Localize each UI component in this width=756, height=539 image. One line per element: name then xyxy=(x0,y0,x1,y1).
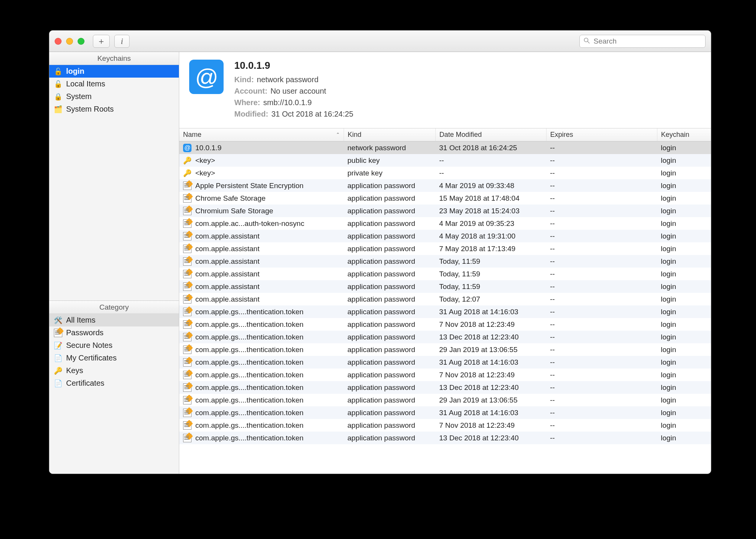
row-expires: -- xyxy=(546,192,657,205)
row-expires: -- xyxy=(546,406,657,419)
password-note-icon xyxy=(183,396,191,404)
table-row[interactable]: Apple Persistent State Encryptionapplica… xyxy=(179,179,711,192)
items-table: Name ⌃ Kind Date Modified Expires Keycha… xyxy=(179,128,711,444)
row-expires: -- xyxy=(546,381,657,394)
table-row[interactable]: com.apple.gs....thentication.tokenapplic… xyxy=(179,432,711,444)
row-date-modified: 31 Oct 2018 at 16:24:25 xyxy=(435,141,546,154)
kind-label: Kind: xyxy=(234,74,254,85)
sidebar-category-item[interactable]: 📄Certificates xyxy=(49,377,179,390)
table-row[interactable]: com.apple.gs....thentication.tokenapplic… xyxy=(179,331,711,343)
password-note-icon xyxy=(183,219,191,228)
table-row[interactable]: com.apple.gs....thentication.tokenapplic… xyxy=(179,419,711,432)
window-controls xyxy=(55,38,84,45)
col-keychain[interactable]: Keychain xyxy=(657,128,711,141)
row-keychain: login xyxy=(657,394,711,406)
sidebar-keychain-item[interactable]: 🔒System xyxy=(49,90,179,103)
search-field[interactable] xyxy=(579,35,706,48)
item-title: 10.0.1.9 xyxy=(234,60,701,71)
row-name: com.apple.gs....thentication.token xyxy=(195,383,303,392)
minimize-window-button[interactable] xyxy=(66,38,73,45)
keychains-list: 🔓login🔓Local Items🔒System🗂️System Roots xyxy=(49,65,179,115)
row-date-modified: 4 May 2018 at 19:31:00 xyxy=(435,230,546,242)
row-date-modified: 7 Nov 2018 at 12:23:49 xyxy=(435,369,546,381)
row-expires: -- xyxy=(546,242,657,255)
table-row[interactable]: com.apple.assistantapplication passwordT… xyxy=(179,293,711,305)
add-item-button[interactable]: ＋ xyxy=(93,35,110,48)
col-expires[interactable]: Expires xyxy=(546,128,657,141)
col-name-label: Name xyxy=(183,131,201,138)
row-date-modified: 13 Dec 2018 at 12:23:40 xyxy=(435,381,546,394)
row-keychain: login xyxy=(657,167,711,179)
zoom-window-button[interactable] xyxy=(78,38,84,45)
main-pane: @ 10.0.1.9 Kind: network password Accoun… xyxy=(179,52,711,474)
certificate-icon: 📄 xyxy=(54,354,62,362)
row-kind: application password xyxy=(344,305,435,318)
table-row[interactable]: com.apple.gs....thentication.tokenapplic… xyxy=(179,356,711,369)
table-row[interactable]: Chrome Safe Storageapplication password1… xyxy=(179,192,711,205)
row-kind: application password xyxy=(344,205,435,217)
close-window-button[interactable] xyxy=(55,38,62,45)
sidebar-item-label: System xyxy=(66,92,92,101)
table-row[interactable]: com.apple.assistantapplication passwordT… xyxy=(179,268,711,280)
row-expires: -- xyxy=(546,167,657,179)
table-row[interactable]: com.apple.ac...auth-token-nosyncapplicat… xyxy=(179,217,711,230)
row-keychain: login xyxy=(657,242,711,255)
sidebar-keychain-item[interactable]: 🔓login xyxy=(49,65,179,78)
row-kind: private key xyxy=(344,167,435,179)
table-row[interactable]: com.apple.gs....thentication.tokenapplic… xyxy=(179,305,711,318)
table-row[interactable]: com.apple.gs....thentication.tokenapplic… xyxy=(179,369,711,381)
table-row[interactable]: 🔑<key>private key----login xyxy=(179,167,711,179)
row-name: <key> xyxy=(195,169,215,177)
row-name: Chromium Safe Storage xyxy=(195,207,273,215)
row-name: com.apple.ac...auth-token-nosync xyxy=(195,219,304,228)
row-kind: application password xyxy=(344,394,435,406)
table-row[interactable]: 🔑<key>public key----login xyxy=(179,154,711,167)
sidebar-category-item[interactable]: 📄My Certificates xyxy=(49,352,179,364)
sidebar-category-item[interactable]: 🔑Keys xyxy=(49,364,179,377)
row-name: com.apple.gs....thentication.token xyxy=(195,333,303,341)
row-expires: -- xyxy=(546,179,657,192)
at-icon: @ xyxy=(183,144,191,152)
row-name: com.apple.gs....thentication.token xyxy=(195,396,303,404)
table-row[interactable]: com.apple.assistantapplication password4… xyxy=(179,230,711,242)
sidebar-item-label: login xyxy=(66,67,84,76)
row-keychain: login xyxy=(657,217,711,230)
password-note-icon xyxy=(183,346,191,354)
sidebar-keychain-item[interactable]: 🔓Local Items xyxy=(49,78,179,90)
row-keychain: login xyxy=(657,381,711,394)
table-row[interactable]: com.apple.assistantapplication passwordT… xyxy=(179,255,711,268)
col-date-modified[interactable]: Date Modified xyxy=(435,128,546,141)
sidebar-category-item[interactable]: 📝Secure Notes xyxy=(49,339,179,352)
key-icon: 🔑 xyxy=(183,156,191,165)
table-row[interactable]: Chromium Safe Storageapplication passwor… xyxy=(179,205,711,217)
row-keychain: login xyxy=(657,293,711,305)
row-kind: application password xyxy=(344,230,435,242)
table-row[interactable]: com.apple.gs....thentication.tokenapplic… xyxy=(179,343,711,356)
row-date-modified: Today, 11:59 xyxy=(435,255,546,268)
row-keychain: login xyxy=(657,154,711,167)
row-kind: application password xyxy=(344,179,435,192)
password-note-icon xyxy=(183,232,191,240)
row-date-modified: 31 Aug 2018 at 14:16:03 xyxy=(435,356,546,369)
table-row[interactable]: com.apple.gs....thentication.tokenapplic… xyxy=(179,406,711,419)
info-button[interactable]: i xyxy=(114,35,130,48)
sidebar-category-item[interactable]: 🛠️All Items xyxy=(49,314,179,326)
password-note-icon xyxy=(183,270,191,278)
search-input[interactable] xyxy=(593,37,701,46)
table-row[interactable]: com.apple.gs....thentication.tokenapplic… xyxy=(179,381,711,394)
col-name[interactable]: Name ⌃ xyxy=(179,128,344,141)
sidebar-category-item[interactable]: Passwords xyxy=(49,326,179,339)
row-keychain: login xyxy=(657,280,711,293)
table-row[interactable]: com.apple.assistantapplication passwordT… xyxy=(179,280,711,293)
keys-icon: 🔑 xyxy=(54,367,62,375)
sidebar-keychain-item[interactable]: 🗂️System Roots xyxy=(49,103,179,115)
password-note-icon xyxy=(183,434,191,442)
table-row[interactable]: com.apple.gs....thentication.tokenapplic… xyxy=(179,318,711,331)
col-kind[interactable]: Kind xyxy=(344,128,435,141)
table-row[interactable]: com.apple.gs....thentication.tokenapplic… xyxy=(179,394,711,406)
category-section: Category 🛠️All ItemsPasswords📝Secure Not… xyxy=(49,300,179,390)
table-row[interactable]: @10.0.1.9network password31 Oct 2018 at … xyxy=(179,141,711,154)
row-keychain: login xyxy=(657,255,711,268)
row-kind: application password xyxy=(344,242,435,255)
table-row[interactable]: com.apple.assistantapplication password7… xyxy=(179,242,711,255)
